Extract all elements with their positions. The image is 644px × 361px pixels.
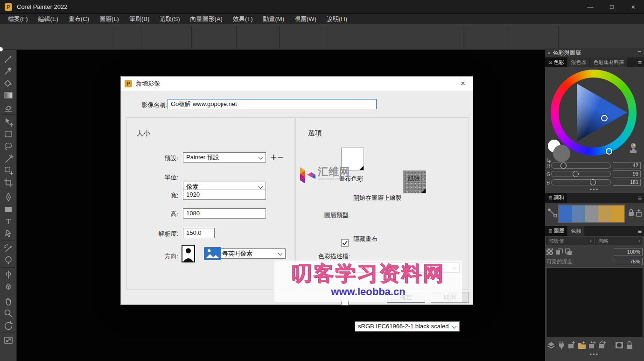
resolution-unit-select[interactable]: 每英吋像素 (219, 248, 286, 259)
new-liquid-ink-layer-icon[interactable] (597, 340, 608, 350)
layers-options-dots[interactable]: ••• (545, 352, 644, 357)
height-input[interactable]: 1080 (183, 208, 266, 219)
minimize-button[interactable]: — (580, 0, 601, 14)
layers-menu-icon[interactable]: ≡ (638, 227, 642, 235)
channel-slider[interactable] (551, 163, 611, 169)
tool-lasso[interactable] (2, 140, 15, 152)
layer-copy-icon[interactable] (564, 248, 573, 256)
channel-slider[interactable] (551, 171, 611, 177)
resolution-input[interactable]: 150.0 (183, 228, 215, 238)
tool-layer-adjuster[interactable] (2, 116, 15, 128)
tool-gradient[interactable] (2, 89, 15, 101)
tool-magic-wand[interactable] (2, 152, 15, 164)
color-set-stamp-icon[interactable] (627, 142, 639, 154)
menu-item-10[interactable]: 說明(H) (322, 14, 352, 24)
harmony-swatch-2[interactable] (585, 205, 598, 222)
channel-value[interactable]: 99 (613, 170, 641, 177)
pickup-underlying-icon[interactable] (554, 248, 563, 256)
menu-item-6[interactable]: 向量圖形(A) (185, 14, 228, 24)
orientation-landscape-button[interactable] (204, 247, 221, 260)
layer-mask-icon[interactable] (614, 340, 624, 350)
harmony-swatch-3[interactable] (598, 205, 611, 222)
preserve-transparency-icon[interactable] (546, 248, 553, 255)
hue-selector[interactable] (606, 148, 612, 155)
layer-commands-icon[interactable] (546, 340, 556, 350)
tab-harmony[interactable]: ⊠調和 (545, 193, 567, 203)
tool-canvas-resize[interactable] (2, 334, 15, 346)
menu-item-7[interactable]: 效果(T) (228, 14, 258, 24)
depth-value[interactable]: 75% (614, 258, 643, 265)
menu-item-2[interactable]: 畫布(C) (63, 14, 94, 24)
new-layer-icon[interactable] (567, 340, 577, 350)
start-on-layer-checkbox[interactable] (341, 239, 349, 247)
harmony-link-icon[interactable] (547, 207, 557, 219)
tool-crop[interactable] (2, 177, 15, 189)
layer-blend-select[interactable]: 預設值 (546, 237, 594, 245)
tool-perspective-grid[interactable] (2, 281, 15, 293)
color-profile-select[interactable]: sRGB IEC61966-2-1 black scaled (355, 321, 460, 332)
tab-color-1[interactable]: 混色器 (567, 57, 589, 67)
harmony-lock-icon[interactable] (627, 208, 635, 217)
menu-item-0[interactable]: 檔案(F) (3, 14, 33, 24)
tool-kaleidoscope[interactable] (2, 254, 15, 266)
tool-paint-bucket[interactable] (2, 77, 15, 89)
harmony-swatch-1[interactable] (572, 205, 585, 222)
lock-layer-icon[interactable] (624, 340, 635, 350)
tool-rotate-page[interactable] (2, 319, 15, 332)
tool-eraser[interactable] (2, 101, 15, 113)
additional-color-swatch[interactable] (553, 145, 570, 162)
harmony-menu-icon[interactable]: ≡ (638, 194, 642, 202)
tab-color-2[interactable]: 色彩集材料庫 (590, 57, 627, 67)
tool-pen[interactable] (2, 191, 15, 203)
sv-selector[interactable] (601, 115, 608, 121)
tool-divide[interactable] (2, 269, 15, 281)
image-name-input[interactable]: Go破解 www.gopojie.net (168, 99, 377, 109)
panel-collapse-icon[interactable]: ⊠ (548, 60, 552, 65)
tool-mirror-painting[interactable] (2, 242, 15, 254)
tool-brush[interactable] (2, 53, 15, 65)
maximize-button[interactable]: □ (601, 0, 623, 14)
preset-select[interactable]: Painter 預設 (183, 152, 266, 163)
tool-rect-select[interactable] (2, 128, 15, 140)
menu-item-1[interactable]: 編輯(E) (33, 14, 63, 24)
channel-value[interactable]: 42 (613, 162, 641, 169)
harmony-add-icon[interactable] (635, 208, 643, 217)
dynamic-plugins-icon[interactable] (556, 340, 567, 350)
tool-dropper[interactable] (2, 65, 15, 77)
tool-grabber-hand[interactable] (2, 295, 15, 307)
panel-menu-icon[interactable]: ≡ (637, 49, 641, 57)
menu-item-9[interactable]: 視窗(W) (289, 14, 322, 24)
dialog-close-icon[interactable]: × (457, 79, 469, 88)
channel-slider[interactable] (551, 179, 611, 185)
orientation-portrait-button[interactable] (182, 245, 195, 262)
tool-rect-shape[interactable] (2, 203, 15, 215)
tab-layers-1[interactable]: 色頻 (567, 226, 584, 236)
dialog-title-bar[interactable]: P 新增影像 × (121, 77, 473, 91)
panel-collapse-icon[interactable]: ⊠ (548, 228, 552, 234)
layer-opacity-value[interactable]: 100% (614, 248, 643, 255)
slider-knob[interactable] (590, 179, 596, 185)
close-button[interactable]: × (623, 0, 644, 14)
layers-list[interactable] (546, 267, 643, 337)
slider-knob[interactable] (560, 163, 567, 169)
menu-item-4[interactable]: 筆刷(B) (124, 14, 154, 24)
preset-add-remove-buttons[interactable]: +− (271, 151, 285, 163)
width-input[interactable]: 1920 (183, 190, 266, 200)
color-tabbar-menu-icon[interactable]: ≡ (638, 59, 642, 66)
tab-layers-0[interactable]: ⊠圖層 (545, 226, 567, 236)
panel-options-dots[interactable]: ••• (545, 187, 644, 192)
menu-item-5[interactable]: 選取(S) (154, 14, 185, 24)
harmony-swatch-0[interactable] (559, 205, 572, 222)
tab-color-0[interactable]: ⊠色彩 (545, 57, 567, 67)
slider-knob[interactable] (573, 171, 579, 177)
layer-ignore-select[interactable]: 忽略 (595, 237, 642, 245)
tool-shape-selection[interactable] (2, 227, 15, 240)
tool-selection-adjuster[interactable] (2, 164, 15, 177)
new-watercolor-layer-icon[interactable] (587, 340, 597, 350)
tool-magnifier[interactable] (2, 307, 15, 319)
new-folder-icon[interactable] (577, 340, 587, 350)
harmony-swatch-4[interactable] (611, 205, 624, 222)
menu-item-3[interactable]: 圖層(L) (94, 14, 124, 24)
tool-text[interactable]: T (2, 215, 15, 227)
channel-value[interactable]: 181 (613, 179, 641, 186)
